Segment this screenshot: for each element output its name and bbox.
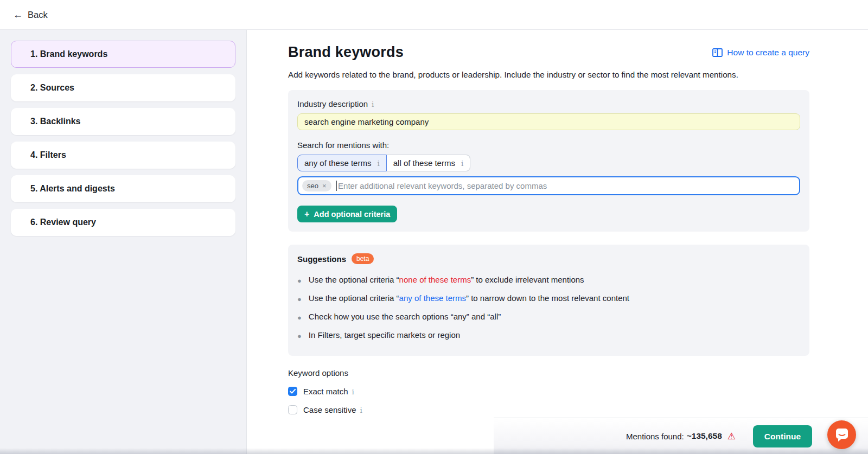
sidebar-step-sources[interactable]: 2. Sources	[11, 74, 235, 101]
beta-badge: beta	[352, 253, 374, 264]
add-optional-criteria-button[interactable]: + Add optional criteria	[297, 206, 397, 222]
suggestion-item: ● Use the optional criteria “none of the…	[297, 271, 800, 290]
case-sensitive-checkbox[interactable]	[288, 405, 297, 414]
bullet-icon: ●	[297, 293, 302, 305]
case-sensitive-label: Case sensitive	[303, 405, 356, 414]
page-description: Add keywords related to the brand, produ…	[288, 70, 809, 79]
mentions-label: Mentions found:	[626, 432, 684, 441]
sidebar-step-backlinks[interactable]: 3. Backlinks	[11, 108, 235, 135]
main-panel: Brand keywords How to create a query Add…	[247, 30, 868, 454]
suggestion-item: ● Use the optional criteria “any of thes…	[297, 290, 800, 308]
step-label: 5. Alerts and digests	[30, 184, 115, 194]
remove-tag-icon[interactable]: ×	[322, 182, 327, 190]
topbar: ← Back	[0, 0, 868, 30]
main-content: Brand keywords How to create a query Add…	[247, 30, 868, 418]
info-icon[interactable]: i	[372, 100, 374, 108]
sidebar-step-brand-keywords[interactable]: 1. Brand keywords	[11, 41, 235, 68]
sidebar-step-alerts-digests[interactable]: 5. Alerts and digests	[11, 175, 235, 202]
mentions-count: ~135,658	[687, 431, 722, 441]
info-icon[interactable]: i	[461, 159, 463, 168]
search-mentions-label: Search for mentions with:	[297, 140, 389, 150]
step-label: 2. Sources	[30, 83, 74, 93]
keyword-options-title: Keyword options	[288, 368, 809, 378]
info-icon[interactable]: i	[360, 406, 362, 414]
toggle-all-of-these-terms[interactable]: all of these terms i	[387, 155, 471, 171]
exact-match-label: Exact match	[303, 387, 348, 396]
mentions-found-status: Mentions found: ~135,658 ⚠	[626, 431, 736, 442]
back-button[interactable]: ← Back	[13, 10, 48, 20]
keywords-placeholder: Enter additional relevant keywords, sepa…	[338, 181, 547, 190]
step-label: 6. Review query	[30, 218, 96, 227]
exact-match-checkbox-row[interactable]: Exact match i	[288, 387, 809, 396]
chat-icon	[835, 428, 849, 442]
suggestion-item: ● In Filters, target specific markets or…	[297, 327, 800, 345]
step-label: 1. Brand keywords	[30, 49, 107, 59]
how-to-create-query-link[interactable]: How to create a query	[712, 48, 809, 57]
exact-match-checkbox[interactable]	[288, 387, 297, 396]
book-icon	[712, 48, 723, 57]
back-label: Back	[28, 10, 48, 20]
keywords-form-panel: Industry description i search engine mar…	[288, 90, 809, 232]
help-link-label: How to create a query	[727, 48, 809, 57]
wizard-steps-sidebar: 1. Brand keywords 2. Sources 3. Backlink…	[0, 30, 247, 454]
tag-label: seo	[307, 182, 318, 190]
match-type-toggle: any of these terms i all of these terms …	[297, 155, 470, 171]
text-cursor	[336, 181, 337, 191]
checkmark-icon	[290, 389, 296, 394]
step-label: 3. Backlinks	[30, 117, 81, 126]
plus-icon: +	[304, 209, 309, 219]
industry-description-label: Industry description	[297, 99, 368, 108]
chat-widget-button[interactable]	[827, 420, 856, 449]
keywords-input[interactable]: seo × Enter additional relevant keywords…	[297, 176, 800, 195]
toggle-any-of-these-terms[interactable]: any of these terms i	[297, 155, 387, 171]
keyword-tag-seo: seo ×	[302, 180, 331, 191]
wizard-footer: Mentions found: ~135,658 ⚠ Continue	[494, 418, 868, 454]
sidebar-step-filters[interactable]: 4. Filters	[11, 142, 235, 169]
add-criteria-label: Add optional criteria	[314, 210, 390, 219]
bullet-icon: ●	[297, 330, 302, 342]
bullet-icon: ●	[297, 275, 302, 286]
sidebar-step-review-query[interactable]: 6. Review query	[11, 209, 235, 236]
warning-icon: ⚠	[727, 431, 736, 442]
info-icon[interactable]: i	[352, 387, 354, 396]
toggle-label: all of these terms	[393, 158, 455, 168]
industry-description-value: search engine marketing company	[304, 117, 429, 126]
suggestion-item: ● Check how you use the search options “…	[297, 308, 800, 327]
bullet-icon: ●	[297, 312, 302, 323]
back-arrow-icon: ←	[13, 10, 23, 20]
page-title: Brand keywords	[288, 44, 404, 61]
continue-button[interactable]: Continue	[753, 425, 812, 447]
step-label: 4. Filters	[30, 150, 66, 160]
suggestions-panel: Suggestions beta ● Use the optional crit…	[288, 245, 809, 356]
case-sensitive-checkbox-row[interactable]: Case sensitive i	[288, 405, 809, 414]
info-icon[interactable]: i	[377, 159, 379, 168]
suggestions-title: Suggestions	[297, 254, 346, 264]
industry-description-input[interactable]: search engine marketing company	[297, 113, 800, 130]
toggle-label: any of these terms	[304, 158, 371, 168]
